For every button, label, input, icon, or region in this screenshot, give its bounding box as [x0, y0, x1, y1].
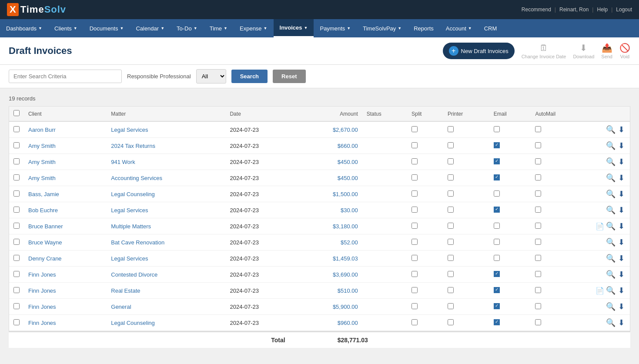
split-cell[interactable]: [407, 250, 443, 267]
automail-cell[interactable]: [531, 186, 586, 202]
row-checkbox[interactable]: [13, 255, 20, 261]
void-button[interactable]: 🚫 Void: [619, 43, 630, 59]
zoom-icon[interactable]: 🔍: [606, 270, 616, 279]
automail-checkbox[interactable]: [535, 287, 541, 293]
send-button[interactable]: 📤 Send: [601, 43, 612, 59]
row-checkbox[interactable]: [13, 207, 20, 213]
checkbox-checked[interactable]: [494, 303, 500, 309]
printer-cell[interactable]: [443, 202, 489, 218]
row-select-cell[interactable]: [9, 121, 24, 138]
nav-crm[interactable]: CRM: [478, 19, 503, 37]
split-cell[interactable]: [407, 170, 443, 186]
row-select-cell[interactable]: [9, 186, 24, 202]
matter-link[interactable]: Legal Services: [111, 255, 148, 262]
reset-button[interactable]: Reset: [273, 70, 305, 83]
nav-timesolv-pay[interactable]: TimeSolvPay ▼: [357, 19, 408, 37]
matter-link[interactable]: Contested Divorce: [111, 271, 157, 278]
nav-clients[interactable]: Clients ▼: [48, 19, 84, 37]
automail-cell[interactable]: [531, 154, 586, 170]
automail-cell[interactable]: [531, 138, 586, 154]
automail-checkbox[interactable]: [535, 319, 541, 325]
split-cell[interactable]: [407, 315, 443, 331]
row-download-icon[interactable]: ⬇: [618, 237, 625, 247]
automail-cell[interactable]: [531, 234, 586, 250]
invoice-table-container[interactable]: Client Matter Date Amount Status Split P…: [9, 106, 630, 331]
split-checkbox[interactable]: [412, 271, 418, 277]
row-checkbox[interactable]: [494, 190, 500, 197]
matter-link[interactable]: Accounting Services: [111, 175, 162, 181]
zoom-icon[interactable]: 🔍: [606, 141, 616, 150]
email-cell[interactable]: [489, 267, 531, 283]
printer-cell[interactable]: [443, 218, 489, 234]
row-download-icon[interactable]: ⬇: [618, 189, 625, 199]
printer-checkbox[interactable]: [448, 174, 454, 180]
row-download-icon[interactable]: ⬇: [618, 205, 625, 215]
automail-checkbox[interactable]: [535, 207, 541, 213]
automail-cell[interactable]: [531, 315, 586, 331]
amount-link[interactable]: $450.00: [338, 175, 358, 181]
matter-link[interactable]: Legal Services: [111, 127, 148, 133]
automail-checkbox[interactable]: [535, 126, 541, 132]
nav-invoices[interactable]: Invoices ▼: [274, 19, 314, 37]
email-cell[interactable]: [489, 234, 531, 250]
nav-payments[interactable]: Payments ▼: [314, 19, 357, 37]
amount-link[interactable]: $960.00: [338, 320, 358, 326]
nav-reports[interactable]: Reports: [408, 19, 440, 37]
zoom-icon[interactable]: 🔍: [606, 189, 616, 199]
client-link[interactable]: Bruce Banner: [28, 223, 63, 230]
email-cell[interactable]: [489, 121, 531, 138]
client-link[interactable]: Bob Euchre: [28, 207, 58, 214]
matter-link[interactable]: Legal Counseling: [111, 320, 154, 326]
download-button[interactable]: ⬇ Download: [573, 43, 594, 59]
nav-time[interactable]: Time ▼: [204, 19, 234, 37]
printer-checkbox[interactable]: [448, 158, 454, 164]
printer-checkbox[interactable]: [448, 223, 454, 229]
zoom-icon[interactable]: 🔍: [606, 205, 616, 215]
client-link[interactable]: Amy Smith: [28, 159, 56, 165]
matter-link[interactable]: Multiple Matters: [111, 223, 151, 230]
amount-link[interactable]: $3,690.00: [333, 271, 358, 278]
document-icon[interactable]: 📄: [596, 287, 604, 295]
checkbox-checked[interactable]: [494, 287, 500, 293]
split-checkbox[interactable]: [412, 190, 418, 197]
recommend-link[interactable]: Recommend: [522, 7, 551, 13]
checkbox-checked[interactable]: [494, 319, 500, 325]
matter-link[interactable]: Real Estate: [111, 287, 140, 294]
printer-checkbox[interactable]: [448, 271, 454, 277]
nav-calendar[interactable]: Calendar ▼: [130, 19, 171, 37]
row-download-icon[interactable]: ⬇: [618, 318, 625, 327]
row-checkbox[interactable]: [13, 271, 20, 277]
checkbox-checked[interactable]: [494, 271, 500, 277]
nav-expense[interactable]: Expense ▼: [234, 19, 274, 37]
email-cell[interactable]: [489, 299, 531, 315]
row-checkbox[interactable]: [494, 223, 500, 229]
amount-link[interactable]: $1,459.03: [333, 255, 358, 262]
row-select-cell[interactable]: [9, 202, 24, 218]
amount-link[interactable]: $510.00: [338, 287, 358, 294]
printer-cell[interactable]: [443, 154, 489, 170]
printer-cell[interactable]: [443, 170, 489, 186]
row-download-icon[interactable]: ⬇: [618, 302, 625, 311]
row-select-cell[interactable]: [9, 154, 24, 170]
row-checkbox[interactable]: [494, 126, 500, 132]
search-input[interactable]: [9, 70, 122, 83]
row-checkbox[interactable]: [13, 142, 20, 148]
automail-cell[interactable]: [531, 250, 586, 267]
row-checkbox[interactable]: [13, 158, 20, 164]
document-icon[interactable]: 📄: [596, 222, 604, 230]
amount-link[interactable]: $30.00: [341, 207, 358, 214]
help-link[interactable]: Help: [597, 7, 608, 13]
zoom-icon[interactable]: 🔍: [606, 237, 616, 247]
split-checkbox[interactable]: [412, 126, 418, 132]
split-checkbox[interactable]: [412, 303, 418, 309]
split-checkbox[interactable]: [412, 158, 418, 164]
printer-cell[interactable]: [443, 186, 489, 202]
email-cell[interactable]: [489, 250, 531, 267]
row-checkbox[interactable]: [13, 126, 20, 132]
matter-link[interactable]: Bat Cave Renovation: [111, 239, 164, 246]
printer-checkbox[interactable]: [448, 287, 454, 293]
printer-checkbox[interactable]: [448, 190, 454, 197]
zoom-icon[interactable]: 🔍: [606, 157, 616, 167]
split-cell[interactable]: [407, 267, 443, 283]
printer-checkbox[interactable]: [448, 207, 454, 213]
